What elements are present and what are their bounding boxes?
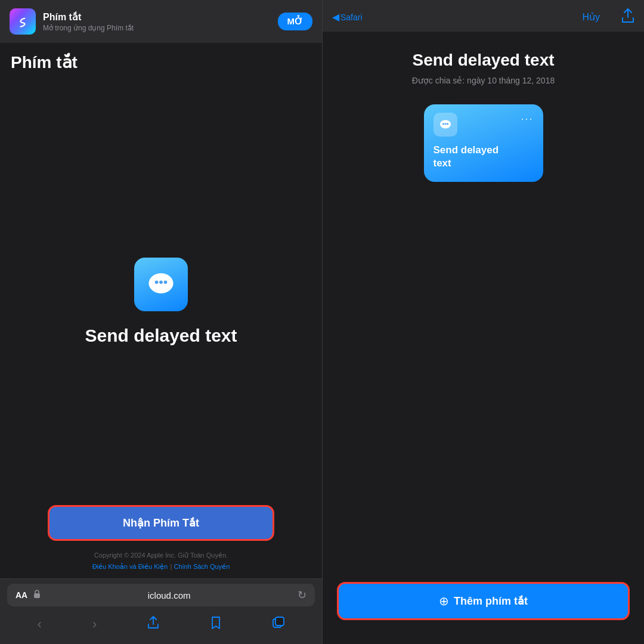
share-date: Được chia sẻ: ngày 10 tháng 12, 2018 — [412, 76, 555, 85]
copyright-block: Copyright © 2024 Apple Inc. Giữ Toàn Quy… — [92, 550, 230, 572]
svg-rect-7 — [275, 617, 284, 626]
svg-point-11 — [444, 123, 446, 125]
card-message-icon — [434, 113, 457, 137]
them-phim-tat-button[interactable]: ⊕ Thêm phím tắt — [337, 582, 630, 620]
nhan-phim-tat-button[interactable]: Nhận Phím Tắt — [48, 505, 274, 541]
share-nav-button[interactable] — [143, 614, 164, 635]
lock-icon — [33, 590, 41, 600]
safari-source-label: Safari — [340, 13, 363, 22]
url-aa-label[interactable]: AA — [16, 590, 27, 600]
svg-point-12 — [447, 123, 448, 125]
them-button-label: Thêm phím tắt — [454, 595, 528, 608]
safari-bottom-bar: AA icloud.com ↻ ‹ › — [0, 578, 322, 644]
card-top-row: ··· — [434, 113, 534, 137]
privacy-link[interactable]: Chính Sách Quyền — [174, 563, 230, 570]
reload-icon[interactable]: ↻ — [298, 589, 306, 602]
shortcuts-app-icon — [10, 8, 36, 35]
shortcut-icon-large — [134, 258, 188, 311]
page-title: Phím tắt — [0, 43, 322, 78]
right-bottom-area: ⊕ Thêm phím tắt — [337, 582, 630, 620]
mo-button[interactable]: MỞ — [278, 13, 313, 30]
shortcut-title: Send delayed text — [412, 51, 554, 70]
right-main-content: Send delayed text Được chia sẻ: ngày 10 … — [323, 32, 644, 644]
svg-point-2 — [155, 280, 159, 284]
svg-point-3 — [159, 280, 163, 284]
shortcut-card[interactable]: ··· Send delayedtext — [424, 104, 543, 182]
safari-nav-bar: ‹ › — [0, 611, 322, 641]
left-bottom-area: Nhận Phím Tắt Copyright © 2024 Apple Inc… — [0, 505, 322, 572]
safari-top-bar: ◀ Safari Hủy — [323, 0, 644, 32]
tabs-button[interactable] — [268, 614, 289, 634]
card-more-icon[interactable]: ··· — [521, 113, 533, 125]
safari-back-nav[interactable]: ◀ Safari — [332, 11, 363, 23]
svg-rect-5 — [34, 593, 40, 598]
app-open-subtitle: Mở trong ứng dụng Phím tắt — [43, 24, 271, 32]
card-shortcut-name: Send delayedtext — [434, 144, 499, 170]
left-panel: Phím tắt Mở trong ứng dụng Phím tắt MỞ P… — [0, 0, 322, 644]
plus-icon: ⊕ — [439, 594, 449, 608]
terms-link[interactable]: Điều Khoản và Điều Kiện — [92, 563, 168, 570]
app-info: Phím tắt Mở trong ứng dụng Phím tắt — [43, 11, 271, 32]
app-name: Phím tắt — [43, 11, 271, 23]
shortcut-name-display: Send delayed text — [85, 326, 237, 346]
url-bar[interactable]: AA icloud.com ↻ — [7, 584, 315, 606]
share-icon[interactable] — [621, 8, 634, 26]
app-top-bar: Phím tắt Mở trong ứng dụng Phím tắt MỞ — [0, 0, 322, 43]
svg-point-4 — [164, 280, 168, 284]
back-chevron-icon: ◀ — [332, 11, 339, 23]
copyright-text: Copyright © 2024 Apple Inc. Giữ Toàn Quy… — [92, 550, 230, 561]
right-panel: ◀ Safari Hủy Send delayed text Được chia… — [323, 0, 644, 644]
huy-button[interactable]: Hủy — [582, 11, 600, 23]
bookmarks-button[interactable] — [205, 614, 227, 635]
svg-point-10 — [442, 123, 444, 125]
url-display: icloud.com — [47, 590, 292, 600]
forward-button[interactable]: › — [88, 614, 101, 634]
back-button[interactable]: ‹ — [33, 614, 47, 634]
